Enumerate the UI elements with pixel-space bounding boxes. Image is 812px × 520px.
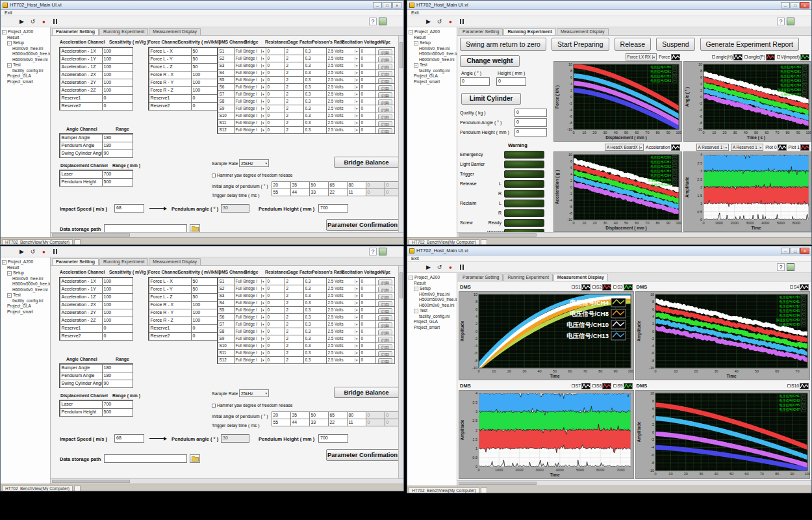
run-icon[interactable]: ▶ (18, 18, 26, 26)
tab-measurement-display[interactable]: Measurement Display (149, 28, 201, 35)
sample-rate-dropdown[interactable]: 25kHz▾ (239, 159, 269, 167)
pendulum-angle-field[interactable]: 0 (514, 118, 547, 127)
bridge-balance-button[interactable]: Bridge Balance (334, 157, 399, 168)
legend-checkbox[interactable] (613, 285, 616, 289)
legend-checkbox[interactable] (592, 285, 596, 289)
start-preparing-button[interactable]: Start Preparing (552, 38, 609, 51)
waveform-icon[interactable] (602, 383, 611, 389)
legend-checkbox[interactable] (572, 285, 575, 289)
tab-measurement-display[interactable]: Measurement Display (557, 28, 609, 35)
vertical-scrollbar[interactable] (398, 36, 403, 232)
tab-parameter-setting[interactable]: Parameter Setting (52, 28, 99, 35)
tree-item[interactable]: Project_GLA (407, 73, 457, 79)
waveform-icon[interactable] (800, 144, 809, 151)
tree-expander-icon[interactable]: − (7, 293, 12, 298)
enable-button[interactable]: 启用 (378, 128, 392, 134)
tree-item[interactable]: facility_config.ini (407, 314, 457, 320)
tree-expander-icon[interactable]: − (414, 309, 418, 313)
grid-cell[interactable]: 11 (347, 419, 366, 426)
tree-item[interactable]: H0m0v0_free.ini (407, 292, 457, 298)
channel-value-field[interactable]: 0 (102, 102, 133, 110)
tree-expander-icon[interactable]: − (7, 41, 12, 46)
legend-checkbox[interactable] (787, 384, 791, 387)
legend-item[interactable]: Force (659, 54, 679, 60)
suspend-button[interactable]: Suspend (656, 38, 694, 51)
tree-item[interactable]: H500m500v0_free.ini (407, 297, 457, 303)
waveform-icon[interactable] (800, 383, 809, 389)
angle-field[interactable]: 0 (460, 77, 490, 86)
project-tree[interactable]: −Project_A200Result−SetupH0m0v0_free.ini… (1, 257, 51, 484)
legend-item[interactable]: S9 (613, 383, 632, 389)
legend-checkbox[interactable] (744, 55, 748, 58)
impact-speed-field[interactable]: 68 (114, 204, 144, 213)
tree-item[interactable]: H500m500v0_free.ini (1, 51, 50, 57)
tree-item[interactable]: facility_config.ini (1, 298, 50, 304)
tree-item[interactable]: facility_config.ini (407, 68, 457, 74)
tree-item[interactable]: H0m0v0_free.ini (1, 46, 50, 52)
tree-expander-icon[interactable]: − (414, 41, 418, 46)
grid-cell[interactable]: 33 (309, 188, 329, 196)
tree-expander-icon[interactable]: − (409, 276, 413, 280)
legend-item[interactable]: S7 (572, 383, 590, 389)
force-chart[interactable]: 0102030405060708090100-10-8-6-4-20246810… (553, 61, 682, 142)
run-continuous-icon[interactable]: ↺ (29, 18, 37, 26)
tab-running-experiment[interactable]: Running Experiment (503, 274, 552, 281)
legend-item[interactable]: Plot 1 (789, 144, 809, 151)
gage-factor-field[interactable]: 2 (285, 356, 304, 364)
height-field[interactable]: 0 (496, 77, 526, 86)
channel-value-field[interactable]: 0 (102, 332, 133, 341)
pause-icon[interactable] (51, 18, 59, 26)
minimize-button[interactable]: – (373, 2, 382, 8)
poisson-ratio-field[interactable]: 0.3 (303, 356, 327, 364)
tree-item[interactable]: Project_smart (1, 79, 50, 85)
grid-cell[interactable]: 33 (309, 419, 329, 426)
kn-field[interactable]: 0 (359, 356, 376, 364)
close-button[interactable]: × (800, 2, 809, 8)
grid-cell[interactable]: 44 (290, 188, 310, 196)
pause-icon[interactable] (51, 248, 59, 256)
abort-icon[interactable]: ● (40, 18, 48, 26)
grid-cell[interactable]: 55 (272, 188, 291, 196)
legend-item[interactable]: S2 (592, 284, 611, 291)
abort-icon[interactable]: ● (40, 248, 48, 256)
tree-item[interactable]: −Test (1, 292, 50, 298)
subpanel-tab-small[interactable] (74, 486, 81, 491)
channel-value-field[interactable]: 500 (102, 408, 133, 417)
tree-expander-icon[interactable]: − (2, 260, 6, 265)
dms-chart-4[interactable]: 0102030405060708090100-10-8-6-4-20246810… (635, 390, 811, 479)
subpanel-tab[interactable]: HT702_BenchView(My Computer) (409, 488, 479, 493)
tree-item[interactable]: Project_GLA (1, 304, 50, 309)
tab-running-experiment[interactable]: Running Experiment (99, 28, 148, 35)
subpanel-tab[interactable]: HT702_BenchView(My Computer) (2, 486, 73, 491)
titlebar[interactable]: HT702_Host_Main UI.vi –□× (407, 1, 811, 10)
tree-item[interactable]: facility_config.ini (1, 68, 50, 74)
grid-cell[interactable]: 22 (328, 188, 348, 196)
subpanel-tab[interactable]: HT702_BenchView(My Computer) (2, 239, 73, 244)
maximize-button[interactable]: □ (791, 2, 800, 8)
poisson-ratio-field[interactable]: 0.3 (303, 126, 327, 134)
menu-exit[interactable]: Exit (3, 10, 14, 15)
abort-icon[interactable]: ● (446, 263, 455, 272)
tree-expander-icon[interactable]: − (414, 287, 418, 291)
bridge-dropdown[interactable]: Full Bridge I▾ (234, 126, 266, 134)
reserved-chart[interactable]: 010002000300040005000600000.511.522.533.… (683, 151, 812, 232)
enable-button[interactable]: 启用 (378, 358, 392, 364)
limit-cylinder-button[interactable]: Limit Cylinder (461, 93, 521, 105)
tab-measurement-display[interactable]: Measurement Display (149, 258, 201, 265)
waveform-icon[interactable] (733, 54, 742, 60)
quality-field[interactable]: 0 (514, 109, 547, 117)
gage-factor-field[interactable]: 2 (285, 126, 304, 134)
pendulum-height-field[interactable]: 0 (514, 128, 547, 136)
waveform-icon[interactable] (581, 284, 590, 291)
legend-item[interactable]: S10 (787, 383, 809, 389)
legend-item[interactable]: S3 (613, 284, 632, 291)
waveform-icon[interactable] (671, 54, 680, 60)
tab-running-experiment[interactable]: Running Experiment (503, 28, 555, 35)
kn-field[interactable]: 0 (359, 126, 376, 134)
plot-selector[interactable]: Force LX RX▾ (626, 53, 657, 60)
tree-item[interactable]: H500m500v0_free.ini (1, 281, 50, 287)
legend-item[interactable]: S8 (592, 383, 611, 389)
legend-checkbox[interactable] (572, 384, 575, 387)
help-icon[interactable]: ? (777, 18, 785, 25)
vertical-scrollbar[interactable] (398, 266, 403, 478)
